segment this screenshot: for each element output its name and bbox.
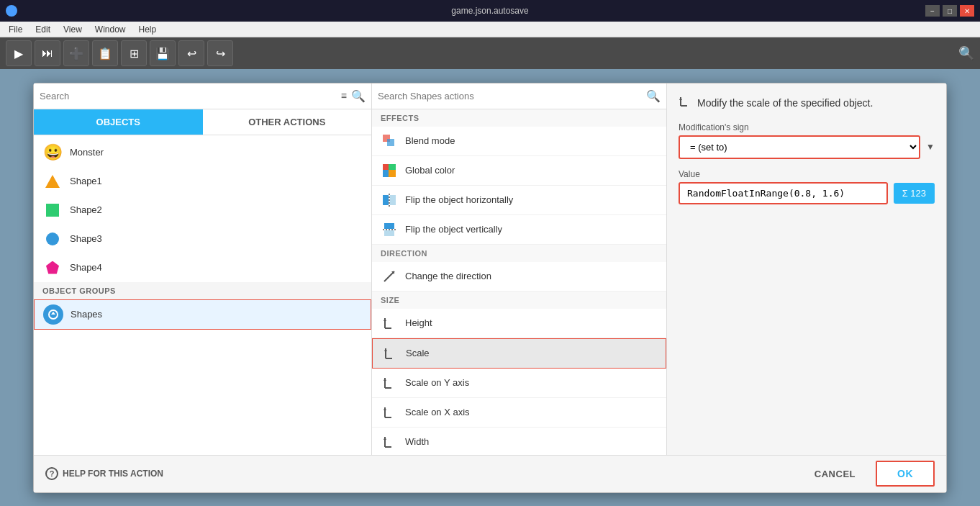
filter-icon[interactable]: ≡ bbox=[341, 90, 347, 101]
monster-icon: 😀 bbox=[42, 143, 63, 163]
section-header-direction: DIRECTION bbox=[372, 245, 666, 262]
tab-other-actions[interactable]: OTHER ACTIONS bbox=[203, 109, 372, 135]
ok-button[interactable]: OK bbox=[876, 461, 935, 487]
action-dialog: ≡ 🔍 OBJECTS OTHER ACTIONS 😀 Monster bbox=[33, 83, 947, 493]
dialog-footer: ? HELP FOR THIS ACTION CANCEL OK bbox=[34, 455, 946, 492]
search-bar: ≡ 🔍 bbox=[34, 83, 371, 109]
content-bg: ≡ 🔍 OBJECTS OTHER ACTIONS 😀 Monster bbox=[0, 69, 980, 506]
list-item-shapes-group[interactable]: Shapes bbox=[34, 299, 371, 330]
action-scale-x[interactable]: Scale on X axis bbox=[372, 398, 666, 428]
props-title-text: Modify the scale of the specified object… bbox=[697, 97, 873, 109]
cancel-button[interactable]: CANCEL bbox=[800, 461, 870, 487]
toolbar-step-btn[interactable]: ⏭ bbox=[35, 40, 60, 66]
menu-help[interactable]: Help bbox=[133, 23, 163, 36]
props-title-icon bbox=[679, 95, 691, 111]
scale-x-icon bbox=[381, 404, 398, 421]
action-label-scale: Scale bbox=[406, 348, 430, 358]
action-width[interactable]: Width bbox=[372, 428, 666, 455]
dropdown-arrow-icon: ▼ bbox=[926, 142, 935, 152]
shape4-icon bbox=[42, 258, 63, 278]
props-title: Modify the scale of the specified object… bbox=[679, 95, 935, 111]
action-scale-y[interactable]: Scale on Y axis bbox=[372, 369, 666, 398]
window-title: game.json.autosave bbox=[451, 6, 528, 16]
svg-line-13 bbox=[384, 271, 394, 281]
obj-label-shape4: Shape4 bbox=[70, 262, 102, 273]
action-blend-mode[interactable]: Blend mode bbox=[372, 127, 666, 156]
search-icon[interactable]: 🔍 bbox=[351, 89, 366, 103]
toolbar-copy-btn[interactable]: 📋 bbox=[92, 40, 118, 66]
menu-edit[interactable]: Edit bbox=[30, 23, 56, 36]
action-label-global-color: Global color bbox=[405, 165, 455, 176]
modification-sign-label: Modification's sign bbox=[679, 122, 935, 132]
shape1-icon bbox=[42, 171, 63, 191]
change-direction-icon bbox=[381, 268, 398, 285]
obj-label-monster: Monster bbox=[70, 147, 104, 158]
action-height[interactable]: Height bbox=[372, 309, 666, 338]
title-bar-center: game.json.autosave bbox=[451, 6, 528, 16]
main-area: ≡ 🔍 OBJECTS OTHER ACTIONS 😀 Monster bbox=[0, 69, 980, 506]
list-item-shape2[interactable]: Shape2 bbox=[34, 196, 371, 225]
svg-marker-17 bbox=[384, 318, 386, 321]
actions-search-icon[interactable]: 🔍 bbox=[646, 89, 661, 103]
footer-buttons: CANCEL OK bbox=[800, 461, 935, 487]
toolbar-undo-btn[interactable]: ↩ bbox=[178, 40, 204, 66]
action-global-color[interactable]: Global color bbox=[372, 156, 666, 186]
value-label: Value bbox=[679, 169, 935, 179]
toolbar-search-btn[interactable]: 🔍 bbox=[958, 45, 974, 61]
sum-button[interactable]: Σ 123 bbox=[894, 183, 935, 204]
svg-marker-29 bbox=[384, 437, 386, 440]
value-input[interactable] bbox=[679, 182, 888, 204]
action-label-scale-x: Scale on X axis bbox=[405, 407, 470, 417]
toolbar-redo-btn[interactable]: ↪ bbox=[207, 40, 233, 66]
action-label-width: Width bbox=[405, 436, 429, 447]
toolbar-insert-btn[interactable]: ⊞ bbox=[121, 40, 147, 66]
object-groups-header: OBJECT GROUPS bbox=[34, 282, 371, 299]
help-label: HELP FOR THIS ACTION bbox=[63, 469, 163, 479]
shape2-icon bbox=[42, 200, 63, 220]
help-link[interactable]: ? HELP FOR THIS ACTION bbox=[45, 467, 163, 480]
close-button[interactable]: ✕ bbox=[960, 5, 974, 17]
action-flip-vertical[interactable]: Flip the object vertically bbox=[372, 215, 666, 245]
scale-icon bbox=[381, 345, 399, 362]
obj-label-shape2: Shape2 bbox=[70, 204, 102, 215]
section-header-size: SIZE bbox=[372, 292, 666, 309]
modification-sign-select[interactable]: = (set to) bbox=[679, 135, 920, 159]
modification-sign-group: Modification's sign = (set to) ▼ bbox=[679, 122, 935, 159]
svg-marker-23 bbox=[384, 378, 386, 381]
shapes-group-icon bbox=[43, 304, 63, 325]
flip-horizontal-icon bbox=[381, 191, 398, 209]
search-input[interactable] bbox=[40, 91, 337, 101]
height-icon bbox=[381, 315, 398, 332]
menu-window[interactable]: Window bbox=[89, 23, 132, 36]
help-icon: ? bbox=[45, 467, 58, 480]
title-bar-left bbox=[6, 5, 17, 17]
tab-objects[interactable]: OBJECTS bbox=[34, 109, 203, 135]
actions-search-input[interactable] bbox=[378, 91, 642, 101]
value-group: Value Σ 123 bbox=[679, 169, 935, 204]
tabs: OBJECTS OTHER ACTIONS bbox=[34, 109, 371, 135]
maximize-button[interactable]: □ bbox=[943, 5, 957, 17]
list-item-shape1[interactable]: Shape1 bbox=[34, 167, 371, 196]
action-change-direction[interactable]: Change the direction bbox=[372, 262, 666, 292]
list-item-monster[interactable]: 😀 Monster bbox=[34, 138, 371, 167]
toolbar-play-btn[interactable]: ▶ bbox=[6, 40, 32, 66]
blend-mode-icon bbox=[381, 132, 398, 150]
svg-rect-6 bbox=[389, 170, 396, 177]
minimize-button[interactable]: − bbox=[925, 5, 940, 17]
menu-bar: File Edit View Window Help bbox=[0, 22, 980, 37]
menu-file[interactable]: File bbox=[3, 23, 28, 36]
toolbar-save-btn[interactable]: 💾 bbox=[150, 40, 176, 66]
list-item-shape4[interactable]: Shape4 bbox=[34, 253, 371, 282]
flip-vertical-icon bbox=[381, 221, 398, 238]
props-panel: Modify the scale of the specified object… bbox=[667, 83, 946, 455]
action-flip-horizontal[interactable]: Flip the object horizontally bbox=[372, 186, 666, 215]
action-scale[interactable]: Scale bbox=[372, 338, 666, 369]
dialog-body: ≡ 🔍 OBJECTS OTHER ACTIONS 😀 Monster bbox=[34, 83, 946, 455]
svg-marker-32 bbox=[679, 97, 682, 100]
action-label-height: Height bbox=[405, 317, 432, 328]
list-item-shape3[interactable]: Shape3 bbox=[34, 225, 371, 253]
section-header-effects: EFFECTS bbox=[372, 109, 666, 127]
svg-rect-12 bbox=[384, 230, 394, 236]
menu-view[interactable]: View bbox=[58, 23, 88, 36]
toolbar-add-btn[interactable]: ➕ bbox=[63, 40, 89, 66]
